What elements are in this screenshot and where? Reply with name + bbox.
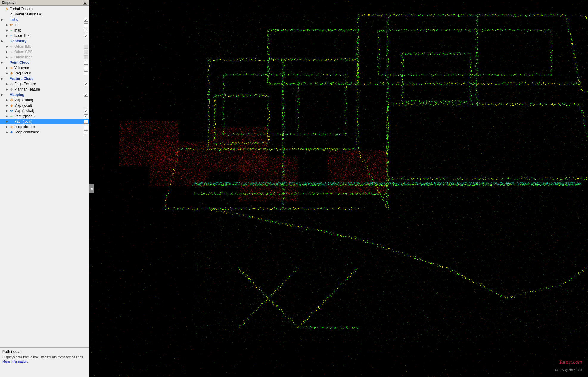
tree-item-loop-constraint[interactable]: ▶⚙Loop constraint — [0, 130, 89, 135]
tree-item-global-options[interactable]: ⚙Global Options — [0, 6, 89, 12]
checkbox-map-global[interactable] — [84, 109, 88, 113]
tree-item-reg-cloud[interactable]: ▶⚙Reg Cloud — [0, 71, 89, 76]
tree-item-edge-feature[interactable]: ▶⚙Edge Feature — [0, 81, 89, 87]
tree-item-mapping[interactable]: ▶Mapping — [0, 92, 89, 97]
icon-plannar-feature: ⚙ — [9, 87, 14, 91]
icon-odom-gps: ∿ — [9, 50, 14, 54]
icon-reg-cloud: ⚙ — [9, 71, 14, 75]
checkbox-odom-gps[interactable] — [84, 50, 88, 54]
icon-tf: TF — [9, 23, 14, 27]
arrow-reg-cloud[interactable]: ▶ — [6, 72, 9, 75]
arrow-loop-closure[interactable]: ▶ — [6, 125, 9, 128]
tree-item-velodyne[interactable]: ▶⚙Velodyne — [0, 65, 89, 71]
checkbox-reg-cloud[interactable] — [84, 71, 88, 75]
arrow-map-cloud[interactable]: ▶ — [6, 99, 9, 102]
arrow-loop-constraint[interactable]: ▶ — [6, 131, 9, 134]
tree-item-odom-imu[interactable]: ▶∿Odom IMU — [0, 44, 89, 49]
label-plannar-feature: Plannar Feature — [14, 87, 88, 91]
tree-item-path-global[interactable]: ▶→Path (global) — [0, 113, 89, 119]
label-global-status: ✓ Global Status: Ok — [10, 12, 88, 16]
checkbox-velodyne[interactable] — [84, 66, 88, 70]
icon-edge-feature: ⚙ — [9, 82, 14, 86]
label-global-options: Global Options — [10, 7, 88, 11]
arrow-map-global[interactable]: ▶ — [6, 109, 9, 112]
checkbox-tf[interactable] — [84, 23, 88, 27]
tree-item-plannar-feature[interactable]: ▶⚙Plannar Feature — [0, 87, 89, 92]
tree-item-base-link[interactable]: ▶~base_link — [0, 33, 89, 38]
label-map: map — [14, 28, 84, 32]
tree-item-global-status[interactable]: ✓ Global Status: Ok — [0, 12, 89, 17]
tree-item-feature-cloud[interactable]: ▶Feature Cloud — [0, 76, 89, 81]
tree-item-loop-closure[interactable]: ▶⚙Loop closure — [0, 124, 89, 130]
arrow-odometry[interactable]: ▶ — [1, 40, 4, 43]
tree-item-path-local[interactable]: ▶→Path (local) — [0, 119, 89, 124]
arrow-odom-gps[interactable]: ▶ — [6, 50, 9, 53]
close-button[interactable]: ✕ — [83, 1, 87, 5]
arrow-path-global[interactable]: ▶ — [6, 115, 9, 118]
arrow-mapping[interactable]: ▶ — [1, 93, 4, 96]
arrow-feature-cloud[interactable]: ▶ — [1, 77, 4, 80]
tree-item-map-global[interactable]: ▶⚙Map (global) — [0, 108, 89, 113]
checkbox-path-global[interactable] — [84, 114, 88, 118]
tree-item-tf[interactable]: ▶TFTF — [0, 22, 89, 28]
watermark-yuucn: Yuucn.com — [559, 359, 582, 365]
tree-item-links[interactable]: ▶links — [0, 17, 89, 22]
label-velodyne: Velodyne — [14, 66, 84, 70]
arrow-path-local[interactable]: ▶ — [6, 120, 9, 123]
arrow-velodyne[interactable]: ▶ — [6, 66, 9, 69]
label-path-global: Path (global) — [14, 114, 84, 118]
label-loop-constraint: Loop constraint — [14, 130, 84, 134]
tree-item-map[interactable]: ▶~map — [0, 28, 89, 33]
collapse-button[interactable]: ◀ — [89, 184, 94, 193]
icon-velodyne: ⚙ — [9, 66, 14, 70]
tree-item-odom-lidar[interactable]: ▶∿Odom lidar — [0, 54, 89, 60]
checkbox-base-link[interactable] — [84, 34, 88, 38]
icon-loop-closure: ⚙ — [9, 125, 14, 129]
arrow-links[interactable]: ▶ — [1, 18, 4, 21]
checkbox-odom-imu[interactable] — [84, 45, 88, 49]
checkbox-map[interactable] — [84, 29, 88, 32]
displays-header: Displays ✕ — [0, 0, 89, 6]
checkbox-edge-feature[interactable] — [84, 82, 88, 86]
checkbox-links[interactable] — [84, 18, 88, 22]
icon-map-global: ⚙ — [9, 109, 14, 113]
tree-item-odom-gps[interactable]: ▶∿Odom GPS — [0, 49, 89, 54]
checkbox-mapping[interactable] — [84, 93, 88, 97]
icon-map-cloud: ⚙ — [9, 98, 14, 102]
tree-container: ⚙Global Options✓ Global Status: Ok▶links… — [0, 6, 89, 347]
viewport: Yuucn.com CSDN @biter0088 — [89, 0, 588, 377]
tree-item-map-cloud[interactable]: ▶⚙Map (cloud) — [0, 97, 89, 103]
arrow-tf[interactable]: ▶ — [6, 24, 9, 27]
arrow-plannar-feature[interactable]: ▶ — [6, 88, 9, 91]
label-edge-feature: Edge Feature — [14, 82, 84, 86]
checkbox-loop-constraint[interactable] — [84, 130, 88, 134]
info-desc-text: Displays data from a nav_msgs::Path mess… — [2, 355, 84, 359]
checkbox-loop-closure[interactable] — [84, 125, 88, 129]
lidar-canvas — [89, 0, 588, 377]
icon-path-global: → — [9, 114, 14, 118]
icon-base-link: ~ — [9, 34, 14, 38]
arrow-map[interactable]: ▶ — [6, 29, 9, 32]
tree-item-odometry[interactable]: ▶Odometry — [0, 38, 89, 44]
info-more-link[interactable]: More Information — [2, 360, 27, 363]
label-base-link: base_link — [14, 34, 84, 38]
arrow-base-link[interactable]: ▶ — [6, 34, 9, 37]
checkbox-point-cloud[interactable] — [84, 61, 88, 65]
icon-map: ~ — [9, 28, 14, 32]
arrow-odom-imu[interactable]: ▶ — [6, 45, 9, 48]
info-panel: Path (local) Displays data from a nav_ms… — [0, 347, 89, 377]
icon-odom-lidar: ∿ — [9, 55, 14, 59]
label-map-cloud: Map (cloud) — [14, 98, 88, 102]
label-odometry: Odometry — [10, 39, 88, 43]
icon-path-local: → — [9, 119, 14, 124]
tree-item-map-local[interactable]: ▶⚙Map (local) — [0, 103, 89, 108]
label-feature-cloud: Feature Cloud — [10, 77, 88, 81]
arrow-point-cloud[interactable]: ▶ — [1, 61, 4, 64]
tree-item-point-cloud[interactable]: ▶Point Cloud — [0, 60, 89, 65]
icon-map-local: ⚙ — [9, 103, 14, 108]
checkbox-path-local[interactable] — [84, 120, 88, 124]
arrow-odom-lidar[interactable]: ▶ — [6, 56, 9, 59]
arrow-edge-feature[interactable]: ▶ — [6, 82, 9, 85]
checkbox-odom-lidar[interactable] — [84, 55, 88, 59]
arrow-map-local[interactable]: ▶ — [6, 104, 9, 107]
